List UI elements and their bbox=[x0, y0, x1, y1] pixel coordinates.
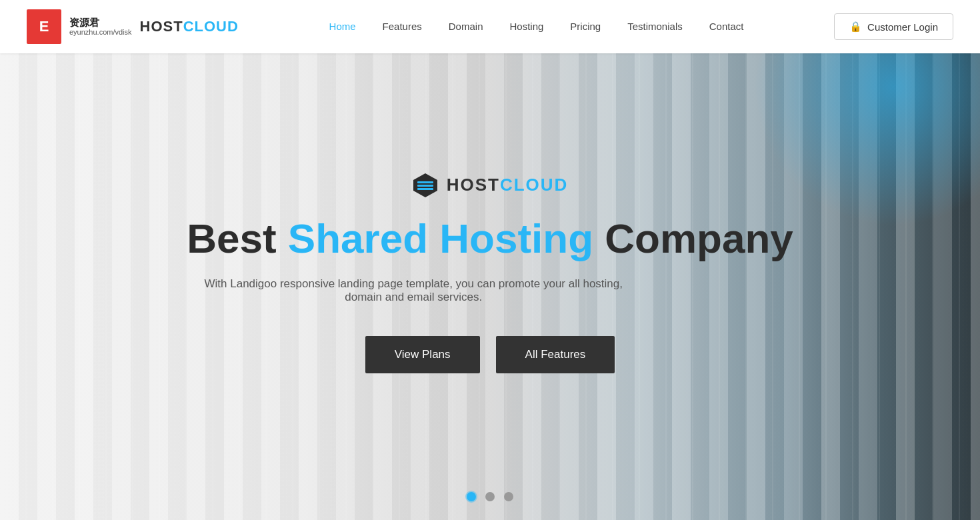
nav-link-home[interactable]: Home bbox=[319, 15, 367, 37]
nav-link-features[interactable]: Features bbox=[372, 15, 433, 37]
nav-item-contact[interactable]: Contact bbox=[699, 21, 755, 33]
hero-title-pre: Best bbox=[187, 215, 288, 261]
nav-item-pricing[interactable]: Pricing bbox=[559, 21, 611, 33]
svg-rect-2 bbox=[417, 185, 433, 187]
nav-link-pricing[interactable]: Pricing bbox=[559, 15, 611, 37]
nav-item-domain[interactable]: Domain bbox=[438, 21, 494, 33]
brand-cloud: CLOUD bbox=[183, 18, 239, 35]
hero-logo-icon bbox=[412, 173, 439, 197]
hero-buttons: View Plans All Features bbox=[187, 336, 793, 373]
logo-icon: E bbox=[27, 9, 61, 44]
hero-title-highlight: Shared Hosting bbox=[288, 215, 593, 261]
hero-title-post: Company bbox=[593, 215, 793, 261]
view-plans-button[interactable]: View Plans bbox=[365, 336, 480, 373]
logo-text: 资源君 eyunzhu.com/vdisk bbox=[69, 17, 132, 37]
navbar-logo-area: E 资源君 eyunzhu.com/vdisk HOSTCLOUD bbox=[27, 9, 239, 44]
svg-rect-1 bbox=[417, 181, 433, 183]
hero-subtitle: With Landigoo responsive landing page te… bbox=[187, 277, 640, 304]
customer-login-button[interactable]: 🔒 Customer Login bbox=[834, 13, 953, 40]
nav-link-domain[interactable]: Domain bbox=[438, 15, 494, 37]
slider-dot-1[interactable] bbox=[467, 492, 476, 501]
hero-content: HOSTCLOUD Best Shared Hosting Company Wi… bbox=[187, 147, 793, 373]
brand-name: HOSTCLOUD bbox=[140, 18, 239, 35]
logo-chinese: 资源君 bbox=[69, 17, 132, 29]
logo-subdomain: eyunzhu.com/vdisk bbox=[69, 28, 132, 36]
slider-dots bbox=[467, 492, 513, 501]
navbar: E 资源君 eyunzhu.com/vdisk HOSTCLOUD Home F… bbox=[0, 0, 980, 53]
nav-link-hosting[interactable]: Hosting bbox=[499, 15, 554, 37]
hero-title: Best Shared Hosting Company bbox=[187, 216, 793, 261]
nav-item-hosting[interactable]: Hosting bbox=[499, 21, 554, 33]
nav-item-features[interactable]: Features bbox=[372, 21, 433, 33]
hero-brand-cloud: CLOUD bbox=[500, 175, 568, 195]
nav-item-home[interactable]: Home bbox=[319, 21, 367, 33]
hero-brand-name: HOSTCLOUD bbox=[447, 175, 569, 195]
slider-dot-3[interactable] bbox=[504, 492, 513, 501]
nav-link-testimonials[interactable]: Testimonials bbox=[617, 15, 693, 37]
slider-dot-2[interactable] bbox=[485, 492, 495, 501]
brand-host: HOST bbox=[140, 18, 183, 35]
hero-brand-host: HOST bbox=[447, 175, 500, 195]
nav-link-contact[interactable]: Contact bbox=[699, 15, 755, 37]
all-features-button[interactable]: All Features bbox=[496, 336, 615, 373]
hero-logo: HOSTCLOUD bbox=[187, 173, 793, 197]
hero-section: HOSTCLOUD Best Shared Hosting Company Wi… bbox=[0, 0, 980, 520]
nav-links: Home Features Domain Hosting Pricing Tes… bbox=[319, 21, 755, 33]
nav-item-testimonials[interactable]: Testimonials bbox=[617, 21, 693, 33]
svg-rect-3 bbox=[417, 188, 433, 190]
lock-icon: 🔒 bbox=[849, 21, 862, 33]
customer-login-label: Customer Login bbox=[867, 21, 938, 33]
